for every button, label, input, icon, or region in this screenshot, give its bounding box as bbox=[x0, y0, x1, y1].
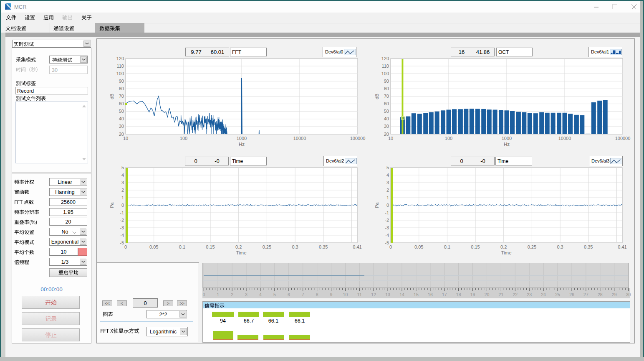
svg-text:5: 5 bbox=[121, 165, 124, 170]
svg-text:0.41: 0.41 bbox=[353, 244, 361, 249]
svg-text:4: 4 bbox=[386, 173, 389, 178]
svg-text:0: 0 bbox=[389, 244, 392, 249]
svg-text:5: 5 bbox=[273, 292, 276, 297]
svg-text:0.05: 0.05 bbox=[149, 244, 158, 249]
svg-text:0.05: 0.05 bbox=[414, 244, 423, 249]
svg-text:29: 29 bbox=[612, 292, 617, 297]
svg-text:1: 1 bbox=[121, 195, 124, 200]
svg-text:70: 70 bbox=[119, 94, 124, 99]
svg-text:0.3: 0.3 bbox=[292, 244, 298, 249]
svg-text:1000: 1000 bbox=[237, 136, 247, 141]
svg-text:26: 26 bbox=[569, 292, 574, 297]
svg-text:110: 110 bbox=[116, 64, 124, 69]
svg-text:Time: Time bbox=[501, 250, 511, 255]
svg-text:0.41: 0.41 bbox=[618, 244, 626, 249]
svg-text:120: 120 bbox=[381, 56, 389, 61]
svg-text:10: 10 bbox=[123, 136, 128, 141]
svg-text:19: 19 bbox=[470, 292, 475, 297]
svg-text:90: 90 bbox=[119, 79, 124, 84]
svg-text:13: 13 bbox=[385, 292, 390, 297]
svg-text:0.1: 0.1 bbox=[444, 244, 450, 249]
svg-text:2: 2 bbox=[231, 292, 233, 297]
svg-text:100: 100 bbox=[381, 71, 389, 76]
svg-text:0.15: 0.15 bbox=[206, 244, 215, 249]
svg-text:40: 40 bbox=[119, 116, 124, 121]
svg-text:0.15: 0.15 bbox=[471, 244, 480, 249]
svg-text:0.25: 0.25 bbox=[263, 244, 271, 249]
svg-text:120: 120 bbox=[116, 56, 124, 61]
svg-text:0.35: 0.35 bbox=[319, 244, 328, 249]
svg-text:1000: 1000 bbox=[502, 136, 512, 141]
svg-text:100: 100 bbox=[445, 136, 452, 141]
svg-text:100000: 100000 bbox=[350, 136, 366, 141]
svg-text:dB: dB bbox=[374, 94, 379, 99]
svg-text:70: 70 bbox=[384, 94, 389, 99]
svg-text:-5: -5 bbox=[385, 240, 389, 245]
svg-text:-3: -3 bbox=[120, 225, 124, 230]
svg-text:0.3: 0.3 bbox=[557, 244, 563, 249]
svg-text:Pa: Pa bbox=[109, 202, 114, 208]
svg-text:3: 3 bbox=[386, 180, 389, 185]
svg-text:5: 5 bbox=[386, 165, 389, 170]
svg-text:3: 3 bbox=[245, 292, 247, 297]
svg-text:17: 17 bbox=[442, 292, 447, 297]
svg-text:0.1: 0.1 bbox=[179, 244, 185, 249]
svg-text:-3: -3 bbox=[385, 225, 389, 230]
svg-text:3: 3 bbox=[121, 180, 124, 185]
svg-text:2: 2 bbox=[386, 188, 389, 193]
svg-text:Hz: Hz bbox=[504, 142, 510, 147]
svg-text:-1: -1 bbox=[385, 210, 389, 215]
svg-text:0: 0 bbox=[386, 203, 389, 208]
svg-text:15: 15 bbox=[414, 292, 419, 297]
svg-text:16: 16 bbox=[428, 292, 433, 297]
svg-text:Pa: Pa bbox=[374, 202, 379, 208]
svg-text:30: 30 bbox=[626, 292, 631, 297]
svg-text:0.2: 0.2 bbox=[235, 244, 242, 249]
svg-text:30: 30 bbox=[384, 124, 389, 129]
svg-text:80: 80 bbox=[384, 86, 389, 91]
svg-text:Hz: Hz bbox=[239, 142, 245, 147]
svg-text:-2: -2 bbox=[120, 218, 124, 223]
svg-text:Time: Time bbox=[236, 250, 246, 255]
svg-text:0.2: 0.2 bbox=[500, 244, 507, 249]
svg-text:0: 0 bbox=[202, 292, 205, 297]
svg-text:10000: 10000 bbox=[558, 136, 571, 141]
svg-text:21: 21 bbox=[499, 292, 504, 297]
svg-text:27: 27 bbox=[583, 292, 588, 297]
svg-text:100: 100 bbox=[180, 136, 187, 141]
svg-text:0.35: 0.35 bbox=[584, 244, 593, 249]
svg-text:50: 50 bbox=[119, 109, 124, 114]
svg-text:6: 6 bbox=[288, 292, 290, 297]
svg-text:-1: -1 bbox=[120, 210, 124, 215]
svg-text:22: 22 bbox=[513, 292, 518, 297]
svg-text:12: 12 bbox=[371, 292, 376, 297]
svg-text:2: 2 bbox=[121, 188, 124, 193]
svg-text:dB: dB bbox=[109, 94, 114, 99]
svg-text:80: 80 bbox=[119, 86, 124, 91]
svg-text:23: 23 bbox=[527, 292, 532, 297]
svg-text:10: 10 bbox=[343, 292, 348, 297]
svg-text:110: 110 bbox=[381, 64, 389, 69]
svg-text:1: 1 bbox=[386, 195, 389, 200]
svg-text:100: 100 bbox=[116, 71, 124, 76]
svg-text:-2: -2 bbox=[385, 218, 389, 223]
svg-text:10: 10 bbox=[388, 136, 393, 141]
svg-text:7: 7 bbox=[302, 292, 304, 297]
svg-text:60: 60 bbox=[384, 101, 389, 106]
svg-text:60: 60 bbox=[119, 101, 124, 106]
svg-text:30: 30 bbox=[119, 124, 124, 129]
svg-text:14: 14 bbox=[399, 292, 404, 297]
svg-text:0.25: 0.25 bbox=[528, 244, 536, 249]
svg-text:0: 0 bbox=[124, 244, 127, 249]
svg-text:25: 25 bbox=[555, 292, 560, 297]
svg-text:90: 90 bbox=[384, 79, 389, 84]
svg-text:28: 28 bbox=[598, 292, 603, 297]
svg-text:11: 11 bbox=[357, 292, 362, 297]
svg-text:18: 18 bbox=[456, 292, 461, 297]
svg-text:1: 1 bbox=[217, 292, 219, 297]
svg-text:10000: 10000 bbox=[293, 136, 306, 141]
svg-text:8: 8 bbox=[316, 292, 318, 297]
svg-text:4: 4 bbox=[259, 292, 262, 297]
svg-text:0: 0 bbox=[121, 203, 124, 208]
svg-text:9: 9 bbox=[330, 292, 333, 297]
